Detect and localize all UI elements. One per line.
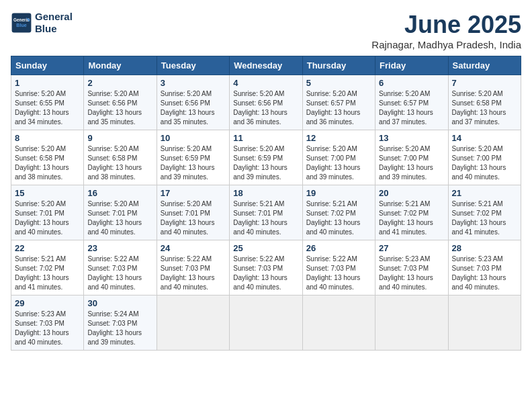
- day-info: Sunrise: 5:20 AMSunset: 6:57 PMDaylight:…: [379, 90, 433, 126]
- day-number: 11: [233, 133, 298, 143]
- day-info: Sunrise: 5:21 AMSunset: 7:02 PMDaylight:…: [379, 200, 433, 236]
- day-info: Sunrise: 5:23 AMSunset: 7:03 PMDaylight:…: [15, 310, 69, 346]
- svg-text:General: General: [13, 17, 30, 22]
- day-info: Sunrise: 5:20 AMSunset: 7:01 PMDaylight:…: [15, 200, 69, 236]
- calendar-cell: 25Sunrise: 5:22 AMSunset: 7:03 PMDayligh…: [230, 240, 302, 295]
- day-info: Sunrise: 5:21 AMSunset: 7:02 PMDaylight:…: [452, 200, 506, 236]
- day-info: Sunrise: 5:23 AMSunset: 7:03 PMDaylight:…: [379, 255, 433, 291]
- day-number: 29: [15, 298, 80, 308]
- week-row-5: 29Sunrise: 5:23 AMSunset: 7:03 PMDayligh…: [11, 295, 521, 351]
- calendar-subtitle: Rajnagar, Madhya Pradesh, India: [371, 39, 521, 50]
- calendar-cell: 13Sunrise: 5:20 AMSunset: 7:00 PMDayligh…: [375, 130, 448, 185]
- calendar-cell: [157, 295, 229, 351]
- calendar-cell: [375, 295, 448, 351]
- calendar-cell: 1Sunrise: 5:20 AMSunset: 6:55 PMDaylight…: [11, 75, 84, 130]
- week-row-1: 1Sunrise: 5:20 AMSunset: 6:55 PMDaylight…: [11, 75, 521, 130]
- svg-text:Blue: Blue: [16, 22, 27, 28]
- calendar-cell: 19Sunrise: 5:21 AMSunset: 7:02 PMDayligh…: [302, 185, 375, 240]
- day-number: 20: [379, 188, 444, 198]
- day-info: Sunrise: 5:21 AMSunset: 7:02 PMDaylight:…: [306, 200, 361, 236]
- day-number: 13: [379, 133, 444, 143]
- logo-text-line2: Blue: [35, 23, 73, 35]
- logo-text-line1: General: [35, 11, 73, 23]
- day-number: 1: [15, 78, 80, 88]
- day-info: Sunrise: 5:22 AMSunset: 7:03 PMDaylight:…: [87, 255, 142, 291]
- day-info: Sunrise: 5:20 AMSunset: 6:58 PMDaylight:…: [15, 145, 69, 181]
- day-info: Sunrise: 5:20 AMSunset: 6:55 PMDaylight:…: [15, 90, 69, 126]
- day-info: Sunrise: 5:20 AMSunset: 7:00 PMDaylight:…: [306, 145, 361, 181]
- day-number: 21: [452, 188, 517, 198]
- day-number: 2: [87, 78, 152, 88]
- day-info: Sunrise: 5:21 AMSunset: 7:01 PMDaylight:…: [233, 200, 287, 236]
- day-number: 19: [306, 188, 371, 198]
- day-number: 5: [306, 78, 371, 88]
- day-info: Sunrise: 5:21 AMSunset: 7:02 PMDaylight:…: [15, 255, 69, 291]
- header-friday: Friday: [375, 56, 448, 75]
- day-number: 3: [161, 78, 226, 88]
- day-number: 17: [161, 188, 226, 198]
- calendar-cell: [448, 295, 521, 351]
- header-tuesday: Tuesday: [157, 56, 229, 75]
- day-number: 10: [161, 133, 226, 143]
- calendar-body: 1Sunrise: 5:20 AMSunset: 6:55 PMDaylight…: [11, 75, 521, 351]
- calendar-cell: 20Sunrise: 5:21 AMSunset: 7:02 PMDayligh…: [375, 185, 448, 240]
- header-saturday: Saturday: [448, 56, 521, 75]
- day-info: Sunrise: 5:20 AMSunset: 6:58 PMDaylight:…: [87, 145, 142, 181]
- header-thursday: Thursday: [302, 56, 375, 75]
- calendar-cell: 26Sunrise: 5:22 AMSunset: 7:03 PMDayligh…: [302, 240, 375, 295]
- header-monday: Monday: [84, 56, 157, 75]
- calendar-cell: 6Sunrise: 5:20 AMSunset: 6:57 PMDaylight…: [375, 75, 448, 130]
- calendar-cell: 22Sunrise: 5:21 AMSunset: 7:02 PMDayligh…: [11, 240, 84, 295]
- day-number: 28: [452, 243, 517, 253]
- day-info: Sunrise: 5:20 AMSunset: 7:00 PMDaylight:…: [379, 145, 433, 181]
- calendar-title: June 2025: [371, 11, 521, 39]
- calendar-table: SundayMondayTuesdayWednesdayThursdayFrid…: [11, 56, 521, 351]
- calendar-cell: 11Sunrise: 5:20 AMSunset: 6:59 PMDayligh…: [230, 130, 302, 185]
- calendar-cell: 9Sunrise: 5:20 AMSunset: 6:58 PMDaylight…: [84, 130, 157, 185]
- header-sunday: Sunday: [11, 56, 84, 75]
- day-number: 6: [379, 78, 444, 88]
- calendar-cell: 2Sunrise: 5:20 AMSunset: 6:56 PMDaylight…: [84, 75, 157, 130]
- day-info: Sunrise: 5:20 AMSunset: 7:01 PMDaylight:…: [161, 200, 215, 236]
- day-number: 4: [233, 78, 298, 88]
- day-info: Sunrise: 5:20 AMSunset: 6:59 PMDaylight:…: [233, 145, 287, 181]
- calendar-cell: 8Sunrise: 5:20 AMSunset: 6:58 PMDaylight…: [11, 130, 84, 185]
- day-number: 27: [379, 243, 444, 253]
- day-info: Sunrise: 5:20 AMSunset: 7:00 PMDaylight:…: [452, 145, 506, 181]
- day-info: Sunrise: 5:22 AMSunset: 7:03 PMDaylight:…: [306, 255, 361, 291]
- title-block: June 2025 Rajnagar, Madhya Pradesh, Indi…: [371, 11, 521, 50]
- day-info: Sunrise: 5:24 AMSunset: 7:03 PMDaylight:…: [87, 310, 142, 346]
- calendar-cell: 12Sunrise: 5:20 AMSunset: 7:00 PMDayligh…: [302, 130, 375, 185]
- calendar-cell: 30Sunrise: 5:24 AMSunset: 7:03 PMDayligh…: [84, 295, 157, 351]
- calendar-cell: 28Sunrise: 5:23 AMSunset: 7:03 PMDayligh…: [448, 240, 521, 295]
- day-number: 30: [87, 298, 152, 308]
- day-number: 25: [233, 243, 298, 253]
- day-info: Sunrise: 5:20 AMSunset: 6:56 PMDaylight:…: [87, 90, 142, 126]
- calendar-cell: [230, 295, 302, 351]
- calendar-cell: 24Sunrise: 5:22 AMSunset: 7:03 PMDayligh…: [157, 240, 229, 295]
- logo: General Blue General Blue: [11, 11, 73, 35]
- header-row: SundayMondayTuesdayWednesdayThursdayFrid…: [11, 56, 521, 75]
- calendar-cell: 15Sunrise: 5:20 AMSunset: 7:01 PMDayligh…: [11, 185, 84, 240]
- day-number: 15: [15, 188, 80, 198]
- calendar-cell: 14Sunrise: 5:20 AMSunset: 7:00 PMDayligh…: [448, 130, 521, 185]
- day-number: 22: [15, 243, 80, 253]
- day-number: 8: [15, 133, 80, 143]
- calendar-cell: 17Sunrise: 5:20 AMSunset: 7:01 PMDayligh…: [157, 185, 229, 240]
- day-number: 7: [452, 78, 517, 88]
- day-info: Sunrise: 5:20 AMSunset: 6:56 PMDaylight:…: [161, 90, 215, 126]
- calendar-cell: 7Sunrise: 5:20 AMSunset: 6:58 PMDaylight…: [448, 75, 521, 130]
- day-info: Sunrise: 5:22 AMSunset: 7:03 PMDaylight:…: [233, 255, 287, 291]
- day-info: Sunrise: 5:20 AMSunset: 7:01 PMDaylight:…: [87, 200, 142, 236]
- calendar-cell: 29Sunrise: 5:23 AMSunset: 7:03 PMDayligh…: [11, 295, 84, 351]
- calendar-cell: 23Sunrise: 5:22 AMSunset: 7:03 PMDayligh…: [84, 240, 157, 295]
- calendar-cell: 10Sunrise: 5:20 AMSunset: 6:59 PMDayligh…: [157, 130, 229, 185]
- calendar-header: SundayMondayTuesdayWednesdayThursdayFrid…: [11, 56, 521, 75]
- header-wednesday: Wednesday: [230, 56, 302, 75]
- calendar-cell: 3Sunrise: 5:20 AMSunset: 6:56 PMDaylight…: [157, 75, 229, 130]
- day-number: 12: [306, 133, 371, 143]
- week-row-2: 8Sunrise: 5:20 AMSunset: 6:58 PMDaylight…: [11, 130, 521, 185]
- day-info: Sunrise: 5:20 AMSunset: 6:59 PMDaylight:…: [161, 145, 215, 181]
- week-row-4: 22Sunrise: 5:21 AMSunset: 7:02 PMDayligh…: [11, 240, 521, 295]
- day-number: 16: [87, 188, 152, 198]
